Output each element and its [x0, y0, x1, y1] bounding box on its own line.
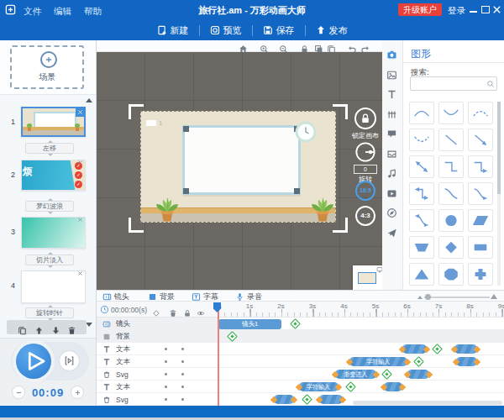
canvas[interactable]: 1 锁定画布 0 旋转 16:9 4:3: [97, 52, 382, 290]
shape-arc-down[interactable]: [438, 102, 464, 124]
login-button[interactable]: 登录: [448, 0, 465, 20]
track-bar[interactable]: [319, 395, 343, 404]
move-up-button[interactable]: [34, 323, 44, 338]
track-bar[interactable]: [274, 395, 294, 404]
shape-rectangle[interactable]: [468, 236, 493, 259]
scene-thumbnail-2[interactable]: 烦✓✓✓: [21, 160, 86, 191]
shapes-scrollbar[interactable]: [497, 102, 501, 286]
track-bar[interactable]: [384, 382, 403, 391]
scroll-up-icon[interactable]: [86, 98, 92, 102]
shape-double-arrow-diagonal[interactable]: [409, 155, 434, 178]
shape-octagon[interactable]: [438, 263, 464, 286]
tool-compass[interactable]: [386, 205, 399, 218]
shape-arc-down-dashed[interactable]: [409, 129, 434, 151]
shape-curve[interactable]: [438, 182, 464, 205]
scene-stage[interactable]: 1: [140, 111, 336, 223]
tool-box[interactable]: [386, 146, 399, 159]
keyframe-marker[interactable]: [432, 344, 443, 354]
track-bar[interactable]: [407, 370, 429, 379]
save-button[interactable]: 保存: [263, 24, 295, 37]
minimap-panel[interactable]: [353, 265, 382, 290]
transition-button[interactable]: 旋转时针: [25, 307, 74, 318]
menu-file[interactable]: 文件: [24, 6, 41, 16]
track-label[interactable]: 镜头: [97, 318, 218, 330]
tool-speech[interactable]: [386, 126, 399, 139]
shape-line-diagonal[interactable]: [438, 129, 464, 151]
timeline-zoom-slider[interactable]: [417, 293, 497, 300]
plant-object[interactable]: [155, 192, 180, 223]
keyframe-marker[interactable]: [345, 381, 356, 392]
shape-arc-up-dashed[interactable]: [468, 102, 493, 124]
keyframe-marker[interactable]: [228, 331, 239, 342]
close-button[interactable]: [491, 4, 502, 15]
upgrade-account-button[interactable]: 升级账户: [398, 3, 442, 16]
track-bar[interactable]: 镜头1: [218, 319, 281, 329]
shape-curve-double-arrow[interactable]: [409, 209, 434, 232]
shape-trapezoid[interactable]: [409, 236, 434, 259]
rotate-input[interactable]: 0: [354, 165, 377, 174]
track-label[interactable]: Svg: [97, 368, 218, 381]
maximize-button[interactable]: [480, 4, 491, 15]
playhead-line[interactable]: [218, 302, 219, 406]
scroll-down-icon[interactable]: [86, 323, 92, 327]
shape-arrow-diagonal[interactable]: [468, 129, 493, 151]
rotate-dial[interactable]: [354, 141, 376, 163]
track-label[interactable]: 文本: [97, 381, 218, 393]
tool-shapes[interactable]: [386, 47, 399, 60]
transition-button[interactable]: 切片淡入: [25, 255, 74, 265]
keyframe-marker[interactable]: [413, 356, 424, 367]
track-label[interactable]: 文本: [97, 343, 218, 355]
track-bar[interactable]: [456, 357, 476, 366]
menu-help[interactable]: 帮助: [84, 6, 102, 16]
scene-thumbnail-1[interactable]: [21, 107, 86, 137]
ratio-16-9-button[interactable]: 16:9: [355, 181, 375, 201]
publish-button[interactable]: 发布: [316, 24, 348, 37]
shape-triangle[interactable]: [409, 263, 434, 286]
move-down-button[interactable]: [51, 323, 60, 338]
scene-close-button[interactable]: [76, 158, 85, 167]
shape-circle[interactable]: [438, 209, 464, 232]
tool-image[interactable]: [386, 67, 399, 80]
scene-thumbnail-3[interactable]: [21, 217, 86, 249]
timeline-scrollbar-thumb[interactable]: [353, 401, 502, 405]
keyframe-marker[interactable]: [381, 369, 392, 380]
shape-arc-up[interactable]: [409, 102, 434, 124]
shape-curve-arrow[interactable]: [468, 182, 493, 205]
zoom-in-large-icon[interactable]: [491, 294, 497, 299]
time-minus-button[interactable]: [12, 386, 25, 399]
add-scene-button[interactable]: 场景: [10, 45, 84, 89]
track-bar[interactable]: 渐变进入: [335, 370, 376, 379]
scene-close-button[interactable]: [76, 108, 85, 117]
track-bar[interactable]: 字符输入: [299, 382, 339, 391]
plant-object[interactable]: [310, 192, 335, 223]
keyframe-marker[interactable]: [291, 318, 302, 329]
zoom-slider-knob[interactable]: [425, 294, 431, 300]
bottom-scrollbar[interactable]: [0, 406, 504, 417]
transition-button[interactable]: 左移: [25, 143, 74, 154]
shape-elbow-double-arrow[interactable]: [409, 182, 434, 205]
track-label[interactable]: 背景: [97, 330, 218, 343]
scene-close-button[interactable]: [76, 269, 85, 278]
new-button[interactable]: 新建: [157, 24, 189, 37]
play-button[interactable]: [16, 344, 51, 379]
track-bar[interactable]: [402, 344, 426, 354]
shape-diamond[interactable]: [438, 236, 464, 259]
transition-button[interactable]: 梦幻波浪: [25, 201, 74, 212]
track-label[interactable]: Svg: [97, 393, 218, 406]
shape-parallelogram[interactable]: [468, 209, 493, 232]
search-input[interactable]: [410, 76, 497, 91]
duplicate-button[interactable]: [18, 323, 27, 338]
ratio-4-3-button[interactable]: 4:3: [355, 206, 375, 226]
tool-plane[interactable]: [386, 225, 399, 238]
track-bar[interactable]: [454, 344, 476, 354]
tool-characters[interactable]: [386, 107, 399, 119]
zoom-out-small-icon[interactable]: [417, 296, 423, 299]
menu-edit[interactable]: 编辑: [54, 6, 71, 16]
scene-thumbnail-4[interactable]: [21, 270, 86, 303]
shape-elbow-connector[interactable]: [438, 155, 464, 178]
scene-close-button[interactable]: [76, 215, 85, 224]
time-plus-button[interactable]: [71, 386, 84, 399]
preview-button[interactable]: 预览: [210, 24, 242, 37]
keyframe-marker[interactable]: [302, 394, 312, 405]
track-label[interactable]: 文本: [97, 355, 218, 368]
